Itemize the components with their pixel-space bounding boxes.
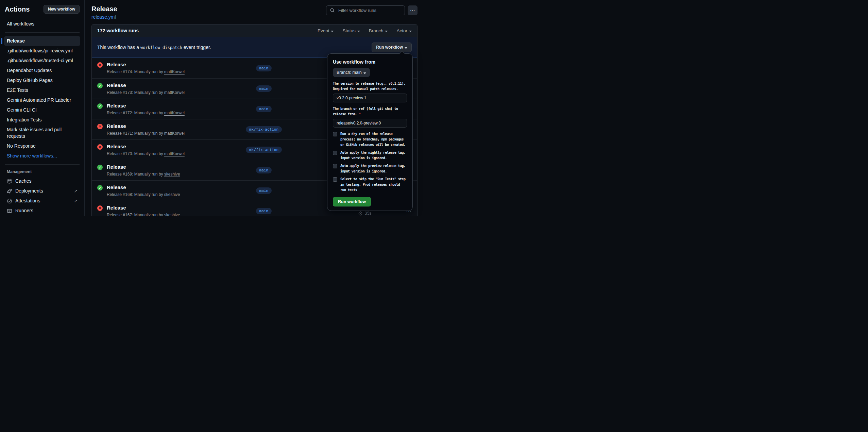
- sidebar-item-label: Deployments: [15, 188, 43, 194]
- show-more-workflows-link[interactable]: Show more workflows...: [4, 151, 80, 161]
- branch-select-button[interactable]: Branch: main: [333, 68, 370, 77]
- version-input[interactable]: [333, 94, 407, 102]
- skip-tests-checkbox-label[interactable]: Select to skip the "Run Tests" step in t…: [340, 177, 407, 193]
- run-description: Release #167: Manually run by skeshive: [107, 213, 226, 216]
- branch-badge[interactable]: main: [256, 167, 272, 173]
- run-title[interactable]: Release: [107, 164, 226, 170]
- actions-sidebar: Actions New workflow All workflows Relea…: [0, 0, 85, 216]
- branch-badge[interactable]: mk/fix-action: [246, 147, 282, 153]
- sidebar-item-mark-stale[interactable]: Mark stale issues and pull requests: [4, 125, 80, 141]
- verified-badge-icon: [7, 198, 12, 204]
- page-title: Release: [91, 5, 117, 13]
- actor-link[interactable]: mattKorwel: [164, 69, 185, 74]
- actor-link[interactable]: skeshive: [164, 192, 180, 197]
- filter-branch-dropdown[interactable]: Branch: [369, 28, 388, 33]
- run-description: Release #170: Manually run by mattKorwel: [107, 151, 226, 156]
- branch-badge[interactable]: main: [256, 208, 272, 214]
- dry-run-checkbox-label[interactable]: Run a dry-run of the release process; no…: [340, 131, 407, 148]
- filter-status-dropdown[interactable]: Status: [342, 28, 360, 33]
- sidebar-item-deploy-github-pages[interactable]: Deploy GitHub Pages: [4, 76, 80, 85]
- runs-count: 172 workflow runs: [97, 28, 139, 33]
- sidebar-item-dependabot-updates[interactable]: Dependabot Updates: [4, 66, 80, 76]
- actor-link[interactable]: mattKorwel: [164, 131, 185, 136]
- sidebar-item-pr-review[interactable]: .github/workflows/pr-review.yml: [4, 46, 80, 56]
- sidebar-divider: [5, 164, 80, 165]
- actor-link[interactable]: mattKorwel: [164, 151, 185, 156]
- sidebar-item-caches[interactable]: Caches: [4, 176, 80, 186]
- rocket-icon: [7, 188, 12, 194]
- use-workflow-from-heading: Use workflow from: [333, 59, 407, 65]
- actor-link[interactable]: skeshive: [164, 172, 180, 177]
- chevron-down-icon: [331, 31, 334, 32]
- version-input-label: The version to release (e.g., v0.1.11). …: [333, 81, 407, 92]
- chevron-down-icon: [385, 31, 388, 32]
- filter-workflow-runs-input[interactable]: [338, 7, 401, 13]
- preview-tag-checkbox-label[interactable]: Auto apply the preview release tag, inpu…: [340, 163, 407, 174]
- sidebar-item-release[interactable]: Release: [4, 36, 80, 46]
- workflow-file-link[interactable]: release.yml: [91, 14, 116, 20]
- sidebar-item-all-workflows[interactable]: All workflows: [4, 19, 80, 29]
- sidebar-item-no-response[interactable]: No Response: [4, 141, 80, 151]
- branch-badge[interactable]: main: [256, 65, 272, 71]
- chevron-down-icon: [363, 72, 366, 74]
- branch-badge[interactable]: mk/fix-action: [246, 126, 282, 133]
- run-status-success-icon: [97, 185, 103, 190]
- actor-link[interactable]: mattKorwel: [164, 90, 185, 95]
- sidebar-item-attestations[interactable]: Attestations ↗: [4, 196, 80, 206]
- database-icon: [7, 179, 12, 184]
- actor-link[interactable]: skeshive: [164, 213, 180, 216]
- sidebar-item-label: Caches: [15, 178, 31, 184]
- sidebar-item-gemini-pr-labeler[interactable]: Gemini Automated PR Labeler: [4, 95, 80, 105]
- dry-run-checkbox[interactable]: [333, 132, 337, 136]
- filter-workflow-runs-input-wrap: [326, 5, 405, 15]
- run-description: Release #171: Manually run by mattKorwel: [107, 131, 226, 136]
- nightly-tag-checkbox-label[interactable]: Auto apply the nightly release tag, inpu…: [340, 150, 407, 161]
- branch-badge[interactable]: main: [256, 85, 272, 92]
- search-icon: [330, 8, 335, 13]
- sidebar-item-deployments[interactable]: Deployments ↗: [4, 186, 80, 196]
- sidebar-item-usage-metrics[interactable]: Usage metrics ↗: [4, 216, 80, 216]
- actor-link[interactable]: mattKorwel: [164, 111, 185, 115]
- run-duration: 35s: [365, 211, 371, 216]
- sidebar-item-integration-tests[interactable]: Integration Tests: [4, 115, 80, 125]
- branch-badge[interactable]: main: [256, 106, 272, 112]
- branch-badge[interactable]: main: [256, 187, 272, 194]
- required-asterisk: *: [359, 112, 361, 116]
- external-link-icon: ↗: [74, 198, 78, 204]
- workflow-options-kebab-button[interactable]: ⋯: [408, 5, 418, 15]
- new-workflow-button[interactable]: New workflow: [44, 5, 80, 14]
- run-description: Release #172: Manually run by mattKorwel: [107, 111, 226, 115]
- sidebar-item-e2e-tests[interactable]: E2E Tests: [4, 85, 80, 95]
- sidebar-item-trusted-ci[interactable]: .github/workflows/trusted-ci.yml: [4, 56, 80, 66]
- banner-text: This workflow has aworkflow_dispatcheven…: [97, 45, 211, 50]
- run-title[interactable]: Release: [107, 184, 226, 190]
- chevron-down-icon: [357, 31, 360, 32]
- run-description: Release #173: Manually run by mattKorwel: [107, 90, 226, 95]
- sidebar-title: Actions: [5, 5, 30, 13]
- run-title[interactable]: Release: [107, 123, 226, 129]
- run-title[interactable]: Release: [107, 143, 226, 150]
- sidebar-item-gemini-cli-ci[interactable]: Gemini CLI CI: [4, 105, 80, 115]
- run-status-success-icon: [97, 103, 103, 109]
- filter-event-dropdown[interactable]: Event: [318, 28, 334, 33]
- run-workflow-submit-button[interactable]: Run workflow: [333, 197, 371, 206]
- preview-tag-checkbox[interactable]: [333, 164, 337, 168]
- run-workflow-dropdown-button[interactable]: Run workflow: [372, 43, 412, 52]
- chevron-down-icon: [405, 47, 407, 49]
- run-title[interactable]: Release: [107, 102, 226, 109]
- run-description: Release #174: Manually run by mattKorwel: [107, 69, 226, 74]
- skip-tests-checkbox[interactable]: [333, 177, 337, 182]
- ref-input[interactable]: [333, 119, 407, 128]
- run-title[interactable]: Release: [107, 61, 226, 68]
- sidebar-item-runners[interactable]: Runners: [4, 206, 80, 216]
- run-status-success-icon: [97, 165, 103, 170]
- run-description: Release #168: Manually run by skeshive: [107, 192, 226, 197]
- run-title[interactable]: Release: [107, 204, 226, 211]
- chevron-down-icon: [409, 31, 412, 32]
- run-description: Release #169: Manually run by skeshive: [107, 172, 226, 177]
- run-status-failure-icon: [97, 144, 103, 150]
- filter-actor-dropdown[interactable]: Actor: [396, 28, 412, 33]
- run-title[interactable]: Release: [107, 82, 226, 88]
- nightly-tag-checkbox[interactable]: [333, 151, 337, 155]
- run-status-failure-icon: [97, 205, 103, 211]
